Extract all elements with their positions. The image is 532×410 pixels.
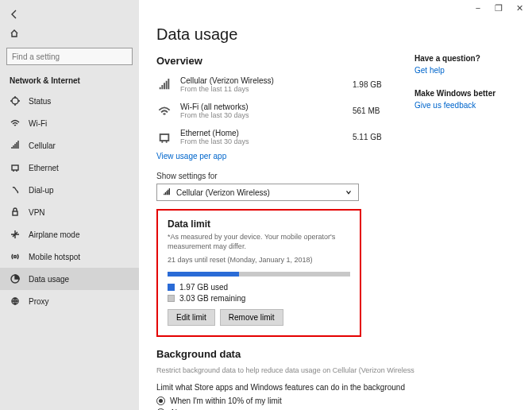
sidebar-item-hotspot[interactable]: Mobile hotspot <box>0 246 139 268</box>
svg-rect-6 <box>160 134 169 141</box>
close-button[interactable]: ✕ <box>515 3 524 13</box>
sidebar-item-label: Ethernet <box>29 164 59 172</box>
cellular-icon <box>156 77 172 93</box>
sidebar-item-cellular[interactable]: Cellular <box>0 134 139 157</box>
cellular-icon <box>162 188 172 197</box>
progress-fill <box>168 272 239 277</box>
data-limit-title: Data limit <box>168 219 350 230</box>
feedback-heading: Make Windows better <box>414 89 518 98</box>
sidebar-item-label: Airplane mode <box>29 230 79 239</box>
used-swatch <box>168 284 175 291</box>
wifi-icon <box>10 118 21 129</box>
overview-value: 1.98 GB <box>353 80 400 89</box>
overview-sub: From the last 30 days <box>180 137 345 145</box>
svg-point-3 <box>14 256 17 258</box>
remaining-label: 3.03 GB remaining <box>179 294 245 303</box>
back-button[interactable] <box>8 8 21 21</box>
vpn-icon <box>10 207 21 218</box>
background-note: Restrict background data to help reduce … <box>156 366 414 376</box>
airplane-icon <box>10 229 21 240</box>
radio-label: When I'm within 10% of my limit <box>170 396 282 405</box>
radio-icon <box>156 396 165 405</box>
svg-rect-2 <box>13 211 17 215</box>
radio-option-within10[interactable]: When I'm within 10% of my limit <box>156 396 414 405</box>
overview-name: Cellular (Verizon Wireless) <box>180 76 345 85</box>
used-label: 1.97 GB used <box>179 283 228 292</box>
data-limit-reset: 21 days until reset (Monday, January 1, … <box>168 256 350 264</box>
overview-sub: From the last 11 days <box>180 85 345 93</box>
search-wrap <box>0 44 139 68</box>
sidebar-item-datausage[interactable]: Data usage <box>0 268 139 290</box>
status-icon <box>10 95 21 106</box>
home-icon[interactable] <box>8 27 21 40</box>
content: Data usage Overview Cellular (Verizon Wi… <box>156 6 414 410</box>
sidebar-heading: Network & Internet <box>0 68 139 90</box>
sidebar-item-status[interactable]: Status <box>0 90 139 112</box>
overview-row-cellular: Cellular (Verizon Wireless) From the las… <box>156 73 400 99</box>
view-usage-link[interactable]: View usage per app <box>156 152 400 161</box>
dropdown-value: Cellular (Verizon Wireless) <box>172 188 344 197</box>
overview-sub: From the last 30 days <box>180 111 345 119</box>
sidebar-item-vpn[interactable]: VPN <box>0 201 139 223</box>
sidebar-item-label: Status <box>29 97 51 106</box>
ethernet-icon <box>10 162 21 173</box>
settings-for-dropdown[interactable]: Cellular (Verizon Wireless) <box>156 184 359 201</box>
data-limit-progress <box>168 272 350 277</box>
overview-row-ethernet: Ethernet (Home) From the last 30 days 5.… <box>156 126 400 152</box>
chevron-down-icon <box>344 188 353 197</box>
overview-heading: Overview <box>156 55 400 67</box>
sidebar-item-label: Proxy <box>29 297 49 306</box>
sidebar-item-dialup[interactable]: Dial-up <box>0 179 139 201</box>
overview-name: Wi-Fi (all networks) <box>180 102 345 111</box>
remaining-swatch <box>168 295 175 302</box>
wifi-icon <box>156 103 172 119</box>
page-title: Data usage <box>156 25 400 44</box>
sidebar-item-label: Dial-up <box>29 186 54 195</box>
overview-value: 561 MB <box>353 106 400 115</box>
sidebar-item-ethernet[interactable]: Ethernet <box>0 157 139 179</box>
sidebar-item-label: Mobile hotspot <box>29 253 80 261</box>
datausage-icon <box>10 273 21 284</box>
svg-point-0 <box>12 98 18 104</box>
minimize-button[interactable]: − <box>473 3 483 13</box>
data-limit-note: *As measured by your device. Your mobile… <box>168 233 350 251</box>
right-column: Have a question? Get help Make Windows b… <box>414 6 518 410</box>
overview-row-wifi: Wi-Fi (all networks) From the last 30 da… <box>156 99 400 126</box>
settings-for-label: Show settings for <box>156 172 400 180</box>
sidebar-item-label: Data usage <box>29 275 69 284</box>
overview-name: Ethernet (Home) <box>180 129 345 137</box>
overview-value: 5.11 GB <box>353 133 400 141</box>
question-heading: Have a question? <box>414 54 518 63</box>
sidebar-item-label: VPN <box>29 208 45 217</box>
search-input[interactable] <box>6 48 133 65</box>
sidebar-item-label: Wi-Fi <box>29 119 47 128</box>
feedback-link[interactable]: Give us feedback <box>414 101 518 110</box>
svg-rect-1 <box>12 165 18 170</box>
remaining-legend: 3.03 GB remaining <box>168 294 350 303</box>
sidebar-item-wifi[interactable]: Wi-Fi <box>0 112 139 134</box>
dialup-icon <box>10 184 21 195</box>
sidebar: Network & Internet Status Wi-Fi Cellular… <box>0 0 139 410</box>
data-limit-section: Data limit *As measured by your device. … <box>156 209 361 337</box>
background-question: Limit what Store apps and Windows featur… <box>156 382 414 393</box>
cellular-icon <box>10 140 21 151</box>
background-heading: Background data <box>156 348 414 360</box>
restore-button[interactable]: ❐ <box>494 3 503 13</box>
edit-limit-button[interactable]: Edit limit <box>168 309 215 326</box>
sidebar-item-label: Cellular <box>29 141 56 150</box>
ethernet-icon <box>156 130 172 145</box>
used-legend: 1.97 GB used <box>168 283 350 292</box>
sidebar-item-proxy[interactable]: Proxy <box>0 290 139 312</box>
background-data-section: Background data Restrict background data… <box>156 348 414 410</box>
window-controls: − ❐ ✕ <box>473 3 524 13</box>
remove-limit-button[interactable]: Remove limit <box>220 309 283 326</box>
sidebar-item-airplane[interactable]: Airplane mode <box>0 223 139 246</box>
hotspot-icon <box>10 251 21 262</box>
proxy-icon <box>10 296 21 307</box>
get-help-link[interactable]: Get help <box>414 66 518 75</box>
main-area: − ❐ ✕ Data usage Overview Cellular (Veri… <box>139 0 532 410</box>
